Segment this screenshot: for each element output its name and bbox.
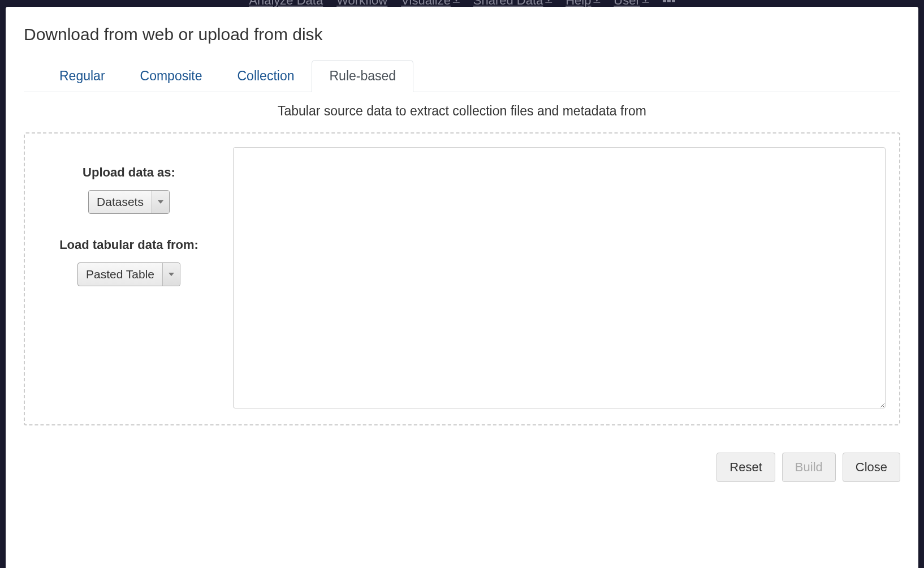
caret-down-icon: ▼ (642, 0, 649, 3)
textarea-wrapper (233, 147, 886, 411)
select-value: Datasets (89, 191, 152, 213)
chevron-down-icon (163, 263, 180, 286)
drop-zone-container: Upload data as: Datasets Load tabular da… (24, 132, 900, 425)
tab-content: Tabular source data to extract collectio… (6, 92, 918, 425)
close-button[interactable]: Close (843, 453, 900, 482)
select-value: Pasted Table (78, 263, 163, 286)
upload-as-select[interactable]: Datasets (88, 190, 170, 214)
chevron-down-icon (152, 191, 169, 213)
caret-down-icon: ▼ (545, 0, 552, 3)
tab-bar: Regular Composite Collection Rule-based (24, 60, 900, 92)
nav-label: Help (565, 0, 591, 7)
upload-modal: Download from web or upload from disk Re… (6, 7, 918, 568)
build-button[interactable]: Build (782, 453, 836, 482)
caret-down-icon: ▼ (453, 0, 460, 3)
tab-collection[interactable]: Collection (219, 60, 312, 92)
reset-button[interactable]: Reset (716, 453, 775, 482)
modal-title: Download from web or upload from disk (6, 25, 918, 60)
nav-label: Analyze Data (249, 0, 323, 7)
tab-composite[interactable]: Composite (123, 60, 220, 92)
nav-label: User (614, 0, 640, 7)
tab-description: Tabular source data to extract collectio… (24, 104, 900, 119)
modal-footer: Reset Build Close (6, 425, 918, 482)
caret-down-icon: ▼ (593, 0, 600, 3)
load-from-label: Load tabular data from: (59, 238, 198, 252)
apps-grid-icon[interactable] (663, 0, 675, 1)
nav-label: Workflow (336, 0, 387, 7)
tab-rule-based[interactable]: Rule-based (312, 60, 413, 92)
nav-label: Visualize (401, 0, 451, 7)
tab-regular[interactable]: Regular (42, 60, 123, 92)
load-from-select[interactable]: Pasted Table (77, 263, 180, 286)
top-navigation-bar: Analyze Data Workflow Visualize ▼ Shared… (0, 0, 924, 7)
nav-label: Shared Data (473, 0, 543, 7)
upload-as-label: Upload data as: (83, 165, 175, 180)
left-controls: Upload data as: Datasets Load tabular da… (38, 147, 219, 411)
paste-table-textarea[interactable] (233, 147, 886, 408)
